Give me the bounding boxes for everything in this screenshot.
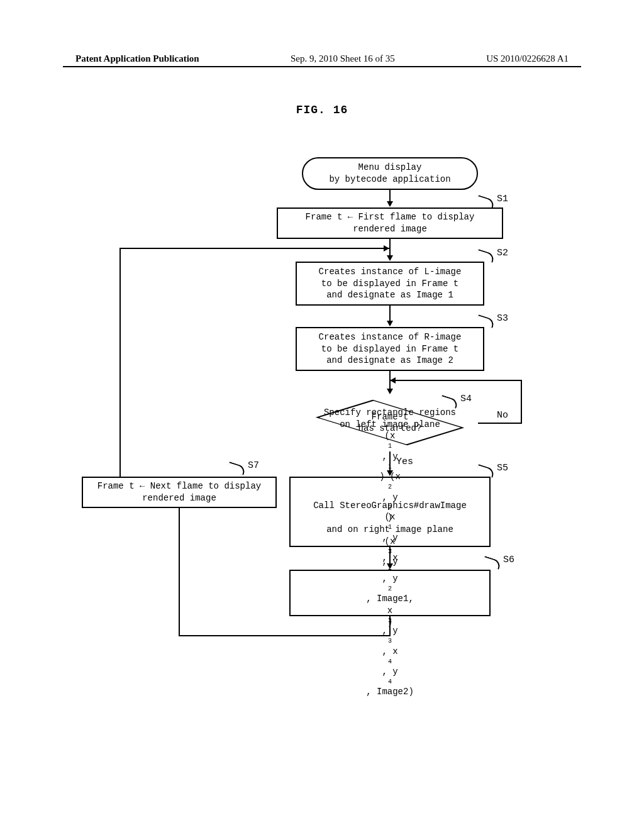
flow-s3: Creates instance of R-image to be displa… xyxy=(296,327,484,371)
arrow xyxy=(389,616,391,635)
arrow xyxy=(521,380,522,424)
label-s5: S5 xyxy=(497,463,508,473)
leader-line xyxy=(227,462,247,475)
flow-s2: Creates instance of L-image to be displa… xyxy=(296,262,484,306)
header-center: Sep. 9, 2010 Sheet 16 of 35 xyxy=(291,53,395,64)
label-s2: S2 xyxy=(497,248,508,258)
arrowhead-down-icon xyxy=(387,201,393,207)
flow-s7: Frame t ← Next flame to display rendered… xyxy=(82,477,277,508)
label-s6: S6 xyxy=(503,555,514,565)
leader-line xyxy=(476,314,496,328)
page-header: Patent Application Publication Sep. 9, 2… xyxy=(75,53,569,64)
leader-line xyxy=(476,195,496,209)
arrowhead-down-icon xyxy=(387,255,393,261)
label-s1: S1 xyxy=(497,194,508,204)
header-right: US 2010/0226628 A1 xyxy=(486,53,569,64)
header-rule xyxy=(63,66,581,67)
flow-s1: Frame t ← First flame to display rendere… xyxy=(277,208,503,239)
arrowhead-left-icon xyxy=(390,377,396,384)
arrow xyxy=(389,190,391,202)
label-s7: S7 xyxy=(248,460,259,471)
arrow xyxy=(478,423,521,424)
arrow xyxy=(389,306,391,322)
leader-line xyxy=(476,249,496,263)
label-no: No xyxy=(497,410,508,421)
arrow xyxy=(390,380,522,381)
leader-line xyxy=(476,464,496,478)
header-left: Patent Application Publication xyxy=(75,53,199,64)
flow-start: Menu display by bytecode application xyxy=(302,157,478,190)
arrow xyxy=(179,508,180,636)
arrow xyxy=(179,635,391,636)
arrow xyxy=(119,248,121,477)
arrowhead-right-icon xyxy=(384,245,389,252)
leader-line xyxy=(482,556,502,570)
flowchart-diagram: Menu display by bytecode application S1 … xyxy=(0,138,644,780)
label-s3: S3 xyxy=(497,313,508,324)
arrow xyxy=(119,248,390,249)
flow-s6: Call StereoGraphics#drawImage(x1, y1, x2… xyxy=(289,570,491,616)
arrowhead-down-icon xyxy=(387,321,393,326)
figure-title: FIG. 16 xyxy=(0,104,644,116)
label-yes: Yes xyxy=(396,456,413,467)
